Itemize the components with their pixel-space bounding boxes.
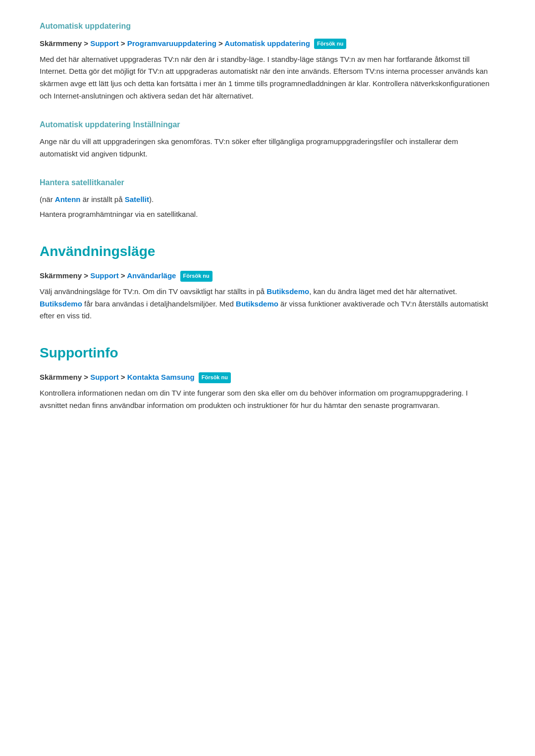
breadcrumb-anvandningslage: Skärmmeny > Support > Användarläge Försö… xyxy=(40,270,495,282)
heading-installningar: Automatisk uppdatering Inställningar xyxy=(40,118,495,131)
breadcrumb-supportinfo: Skärmmeny > Support > Kontakta Samsung F… xyxy=(40,371,495,383)
breadcrumb-sep-7: > xyxy=(121,373,127,381)
breadcrumb-support[interactable]: Support xyxy=(90,39,119,48)
breadcrumb-automatisk-uppdatering-link[interactable]: Automatisk uppdatering xyxy=(224,39,310,48)
antenn-link[interactable]: Antenn xyxy=(55,195,81,203)
breadcrumb-skarmmeny-3: Skärmmeny xyxy=(40,373,82,381)
breadcrumb-sep-2: > xyxy=(121,39,127,48)
body-installningar: Ange när du vill att uppgraderingen ska … xyxy=(40,136,495,160)
breadcrumb-skarmmeny: Skärmmeny xyxy=(40,39,82,48)
breadcrumb-sep-4: > xyxy=(84,271,90,280)
section-supportinfo: Supportinfo Skärmmeny > Support > Kontak… xyxy=(40,342,495,411)
parenthetical-satellitkanaler: (när Antenn är inställt på Satellit). xyxy=(40,194,495,205)
body-satellitkanaler: Hantera programhämtningar via en satelli… xyxy=(40,208,495,221)
breadcrumb-support-3[interactable]: Support xyxy=(90,373,119,381)
paren-suffix: ). xyxy=(149,195,154,203)
section-automatisk-uppdatering-installningar: Automatisk uppdatering Inställningar Ang… xyxy=(40,118,495,160)
section-automatisk-uppdatering: Automatisk uppdatering Skärmmeny > Suppo… xyxy=(40,20,495,102)
butiksdemo-link-3[interactable]: Butiksdemo xyxy=(236,300,278,308)
breadcrumb-sep-3: > xyxy=(218,39,224,48)
section-hantera-satellitkanaler: Hantera satellitkanaler (när Antenn är i… xyxy=(40,176,495,221)
breadcrumb-anvandarlage[interactable]: Användarläge xyxy=(127,271,176,280)
section-anvandningslage: Användningsläge Skärmmeny > Support > An… xyxy=(40,241,495,322)
heading-anvandningslage: Användningsläge xyxy=(40,241,495,263)
try-now-badge-1[interactable]: Försök nu xyxy=(314,39,346,50)
body-supportinfo: Kontrollera informationen nedan om din T… xyxy=(40,387,495,412)
body-part-3: får bara användas i detaljhandelsmiljöer… xyxy=(82,300,236,308)
try-now-badge-2[interactable]: Försök nu xyxy=(180,271,213,282)
butiksdemo-link-2[interactable]: Butiksdemo xyxy=(40,300,82,308)
breadcrumb-skarmmeny-2: Skärmmeny xyxy=(40,271,82,280)
satellit-link[interactable]: Satellit xyxy=(125,195,149,203)
try-now-badge-3[interactable]: Försök nu xyxy=(199,372,231,383)
paren-mid: är inställt på xyxy=(81,195,125,203)
body-automatisk-uppdatering: Med det här alternativet uppgraderas TV:… xyxy=(40,53,495,102)
breadcrumb-sep-5: > xyxy=(121,271,127,280)
body-part-2: , kan du ändra läget med det här alterna… xyxy=(309,287,457,296)
heading-supportinfo: Supportinfo xyxy=(40,342,495,364)
breadcrumb-automatisk-uppdatering: Skärmmeny > Support > Programvaruuppdate… xyxy=(40,38,495,50)
breadcrumb-programvaruuppdatering[interactable]: Programvaruuppdatering xyxy=(127,39,216,48)
breadcrumb-sep-6: > xyxy=(84,373,90,381)
breadcrumb-support-2[interactable]: Support xyxy=(90,271,119,280)
heading-automatisk-uppdatering: Automatisk uppdatering xyxy=(40,20,495,33)
paren-prefix: (när xyxy=(40,195,55,203)
heading-satellitkanaler: Hantera satellitkanaler xyxy=(40,176,495,189)
body-anvandningslage: Välj användningsläge för TV:n. Om din TV… xyxy=(40,286,495,322)
butiksdemo-link-1[interactable]: Butiksdemo xyxy=(267,287,309,296)
body-part-1: Välj användningsläge för TV:n. Om din TV… xyxy=(40,287,267,296)
breadcrumb-kontakta-samsung[interactable]: Kontakta Samsung xyxy=(127,373,195,381)
breadcrumb-sep-1: > xyxy=(84,39,90,48)
